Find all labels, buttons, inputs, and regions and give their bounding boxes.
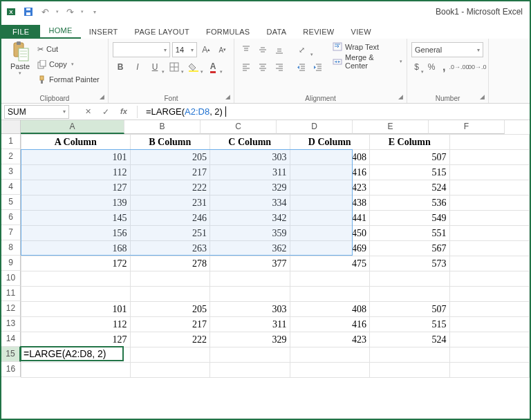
cell-E15[interactable]	[370, 347, 450, 363]
cell-C16[interactable]	[210, 363, 290, 378]
select-all-corner[interactable]	[1, 120, 21, 134]
cell-F6[interactable]	[449, 211, 530, 226]
cell-B5[interactable]: 231	[130, 195, 210, 211]
row-header-5[interactable]: 5	[1, 195, 21, 210]
cell-E10[interactable]	[370, 271, 450, 287]
save-icon[interactable]	[21, 4, 36, 19]
cells-area[interactable]: A ColumnB ColumnC ColumnD ColumnE Column…	[21, 134, 530, 419]
cell-A5[interactable]: 139	[21, 195, 131, 211]
cell-E1[interactable]: E Column	[370, 135, 450, 150]
cell-E8[interactable]: 567	[370, 241, 450, 256]
font-color-icon[interactable]: A	[205, 59, 221, 75]
cell-A8[interactable]: 168	[21, 241, 131, 256]
row-header-4[interactable]: 4	[1, 180, 21, 195]
align-right-icon[interactable]	[272, 59, 287, 75]
cell-F10[interactable]	[449, 271, 530, 287]
cell-E16[interactable]	[370, 363, 450, 378]
tab-home[interactable]: HOME	[40, 23, 80, 39]
row-header-9[interactable]: 9	[1, 256, 21, 271]
cell-D3[interactable]: 416	[290, 165, 370, 180]
cell-F4[interactable]	[449, 180, 530, 195]
cell-F11[interactable]	[449, 287, 530, 302]
cell-E14[interactable]: 524	[370, 332, 450, 347]
col-header-F[interactable]: F	[429, 120, 505, 134]
col-header-A[interactable]: A	[21, 120, 124, 134]
cell-A4[interactable]: 127	[21, 180, 131, 195]
cell-B10[interactable]	[130, 271, 210, 287]
cancel-formula-button[interactable]: ✕	[79, 107, 97, 117]
cell-F15[interactable]	[449, 347, 530, 363]
formula-input[interactable]: =LARGE(A2:D8, 2)	[142, 106, 530, 117]
cell-D13[interactable]: 416	[290, 317, 370, 332]
qat-customize-icon[interactable]: ▾	[87, 4, 102, 19]
cell-D11[interactable]	[290, 287, 370, 302]
col-header-E[interactable]: E	[353, 120, 429, 134]
format-painter-button[interactable]: Format Painter	[37, 73, 100, 86]
cell-C1[interactable]: C Column	[210, 135, 290, 150]
row-header-7[interactable]: 7	[1, 225, 21, 240]
cell-A9[interactable]: 172	[21, 256, 131, 271]
cell-A12[interactable]: 101	[21, 302, 131, 317]
align-middle-icon[interactable]	[255, 42, 270, 57]
decrease-decimal-icon[interactable]: .00→.0	[469, 59, 484, 75]
italic-button[interactable]: I	[130, 59, 145, 75]
tab-review[interactable]: REVIEW	[295, 25, 342, 39]
cell-B3[interactable]: 217	[130, 165, 210, 180]
cell-B11[interactable]	[130, 287, 210, 302]
undo-dropdown-icon[interactable]: ▾	[54, 4, 61, 19]
cell-F2[interactable]	[449, 150, 530, 165]
tab-view[interactable]: VIEW	[343, 25, 380, 39]
row-header-8[interactable]: 8	[1, 240, 21, 256]
align-top-icon[interactable]	[239, 42, 254, 57]
cell-C13[interactable]: 311	[210, 317, 290, 332]
cell-F16[interactable]	[449, 363, 530, 378]
clipboard-launcher-icon[interactable]: ◢	[97, 93, 106, 102]
cell-A14[interactable]: 127	[21, 332, 131, 347]
cell-C6[interactable]: 342	[210, 211, 290, 226]
row-header-12[interactable]: 12	[1, 301, 21, 316]
currency-button[interactable]: $	[411, 59, 422, 75]
orientation-icon[interactable]: ⤢	[294, 42, 309, 57]
cell-B6[interactable]: 246	[130, 211, 210, 226]
row-header-2[interactable]: 2	[1, 149, 21, 164]
merge-center-button[interactable]: Merge & Center▾	[333, 53, 402, 70]
cell-F12[interactable]	[449, 302, 530, 317]
increase-decimal-icon[interactable]: .0→.00	[451, 59, 467, 75]
align-left-icon[interactable]	[239, 59, 254, 75]
cell-C15[interactable]	[210, 347, 290, 363]
copy-button[interactable]: Copy▾	[37, 57, 100, 71]
cell-E2[interactable]: 507	[370, 150, 450, 165]
cell-B4[interactable]: 222	[130, 180, 210, 195]
cell-D5[interactable]: 438	[290, 195, 370, 211]
cell-C2[interactable]: 303	[210, 150, 290, 165]
cut-button[interactable]: ✂Cut	[37, 42, 100, 56]
cell-B15[interactable]	[130, 347, 210, 363]
row-header-3[interactable]: 3	[1, 164, 21, 180]
cell-D2[interactable]: 408	[290, 150, 370, 165]
cell-A2[interactable]: 101	[21, 150, 131, 165]
insert-function-button[interactable]: fx	[115, 107, 133, 117]
cell-B12[interactable]: 205	[130, 302, 210, 317]
cell-A7[interactable]: 156	[21, 226, 131, 241]
row-header-6[interactable]: 6	[1, 210, 21, 225]
row-header-1[interactable]: 1	[1, 134, 21, 149]
cell-C10[interactable]	[210, 271, 290, 287]
cell-D15[interactable]	[290, 347, 370, 363]
col-header-B[interactable]: B	[124, 120, 201, 134]
cell-E3[interactable]: 515	[370, 165, 450, 180]
cell-E5[interactable]: 536	[370, 195, 450, 211]
decrease-indent-icon[interactable]	[294, 59, 309, 75]
cell-B8[interactable]: 263	[130, 241, 210, 256]
cell-D4[interactable]: 423	[290, 180, 370, 195]
cell-F1[interactable]	[449, 135, 530, 150]
borders-icon[interactable]	[167, 59, 182, 75]
paste-dropdown-icon[interactable]: ▾	[19, 70, 21, 76]
cell-F13[interactable]	[449, 317, 530, 332]
cell-B7[interactable]: 251	[130, 226, 210, 241]
cell-D12[interactable]: 408	[290, 302, 370, 317]
cell-D7[interactable]: 450	[290, 226, 370, 241]
cell-B2[interactable]: 205	[130, 150, 210, 165]
undo-icon[interactable]: ↶	[37, 4, 53, 19]
name-box[interactable]: SUM▾	[4, 105, 69, 119]
tab-formulas[interactable]: FORMULAS	[198, 25, 259, 39]
